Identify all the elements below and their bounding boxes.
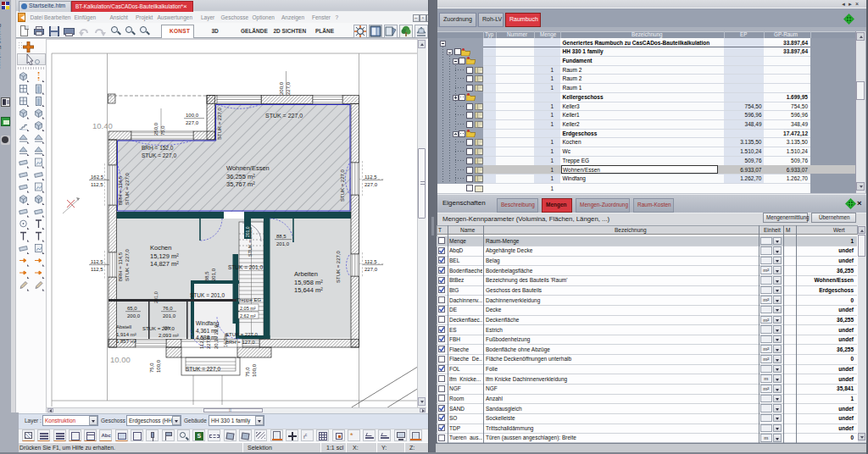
svg-text:227,0: 227,0 <box>364 267 378 272</box>
svg-text:STUK = 227,0: STUK = 227,0 <box>265 113 303 119</box>
svg-text:201,0: 201,0 <box>276 241 290 246</box>
svg-text:65,0: 65,0 <box>127 306 137 311</box>
svg-text:227,0: 227,0 <box>364 182 378 187</box>
svg-text:10.00: 10.00 <box>110 355 131 364</box>
svg-text:100,0: 100,0 <box>156 359 161 373</box>
svg-text:112,5: 112,5 <box>364 259 377 264</box>
svg-text:162,5: 162,5 <box>91 174 104 180</box>
svg-text:112,5: 112,5 <box>91 267 103 272</box>
svg-text:76,0: 76,0 <box>163 306 173 311</box>
svg-text:15,129 m²: 15,129 m² <box>150 252 179 260</box>
svg-text:Kochen: Kochen <box>150 244 171 252</box>
svg-text:100,0: 100,0 <box>252 363 257 377</box>
svg-text:STUK = 227,0: STUK = 227,0 <box>142 326 175 331</box>
svg-text:STUK = 227,0: STUK = 227,0 <box>186 366 220 372</box>
svg-text:STUK = 227,0: STUK = 227,0 <box>142 152 176 158</box>
svg-text:201,0: 201,0 <box>245 226 250 237</box>
svg-text:100,0: 100,0 <box>186 113 199 118</box>
svg-text:2,05 m²: 2,05 m² <box>240 306 256 311</box>
svg-text:STUK = 201,0: STUK = 201,0 <box>190 292 225 298</box>
svg-text:88,5: 88,5 <box>204 271 209 281</box>
svg-text:88,5: 88,5 <box>276 234 287 239</box>
svg-text:201,0: 201,0 <box>153 291 159 303</box>
svg-text:75,0: 75,0 <box>245 367 250 377</box>
svg-text:36,255 m²: 36,255 m² <box>226 173 255 180</box>
svg-text:STUK = 227,0: STUK = 227,0 <box>125 172 130 205</box>
svg-text:1,857 m²: 1,857 m² <box>116 339 136 344</box>
svg-text:STUK = 227,0: STUK = 227,0 <box>217 107 222 140</box>
svg-text:Wohnen/Essen: Wohnen/Essen <box>226 164 270 172</box>
svg-text:35,767 m²: 35,767 m² <box>226 180 255 188</box>
svg-text:200,0: 200,0 <box>127 313 141 318</box>
svg-text:250,0: 250,0 <box>153 122 159 136</box>
svg-text:14,827 m²: 14,827 m² <box>150 260 179 268</box>
svg-text:STUK = 227,0: STUK = 227,0 <box>336 250 341 283</box>
svg-text:201,0: 201,0 <box>163 313 176 318</box>
svg-text:STUK = 227,0: STUK = 227,0 <box>125 248 130 281</box>
svg-text:2,093 m²: 2,093 m² <box>159 333 179 338</box>
svg-text:75,0: 75,0 <box>149 363 154 373</box>
svg-text:BRH = 114,5: BRH = 114,5 <box>118 175 123 205</box>
svg-text:Treppe EG: Treppe EG <box>236 297 261 302</box>
svg-text:20,3 / 22,9: 20,3 / 22,9 <box>214 324 219 349</box>
svg-text:15,644 m²: 15,644 m² <box>294 286 323 294</box>
svg-text:BRH = 127,0: BRH = 127,0 <box>225 340 255 345</box>
svg-text:112,5: 112,5 <box>91 259 103 264</box>
svg-text:Abstell: Abstell <box>116 324 131 329</box>
svg-text:200,0: 200,0 <box>279 81 284 95</box>
svg-text:BRH = 114,5: BRH = 114,5 <box>118 252 123 281</box>
svg-text:227,0: 227,0 <box>286 81 291 95</box>
svg-text:10.40: 10.40 <box>92 121 113 130</box>
svg-text:112,0: 112,0 <box>199 336 204 349</box>
svg-text:STUK = 227,0: STUK = 227,0 <box>225 332 259 337</box>
svg-text:227,0: 227,0 <box>186 120 199 125</box>
svg-text:Arbeiten: Arbeiten <box>294 270 318 278</box>
svg-text:201,0: 201,0 <box>211 268 216 281</box>
svg-text:112,5: 112,5 <box>364 174 377 180</box>
svg-text:227,0: 227,0 <box>206 335 211 349</box>
svg-text:2,62 m²: 2,62 m² <box>240 313 256 318</box>
svg-text:112,5: 112,5 <box>91 182 103 187</box>
svg-text:STUK = 227,0: STUK = 227,0 <box>340 169 345 202</box>
svg-text:1,914 m²: 1,914 m² <box>116 332 136 337</box>
svg-text:BRH = 152,0: BRH = 152,0 <box>142 145 174 151</box>
svg-text:STUK = 201,0: STUK = 201,0 <box>228 264 263 270</box>
svg-text:15,958 m²: 15,958 m² <box>294 279 323 286</box>
